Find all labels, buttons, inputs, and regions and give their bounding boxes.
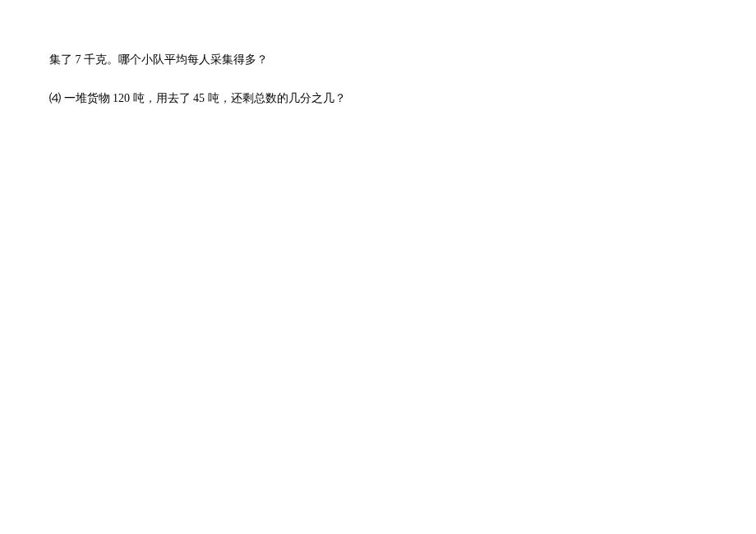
problem-fragment-line: 集了 7 千克。哪个小队平均每人采集得多？ xyxy=(49,49,707,70)
problem-4-line: ⑷ 一堆货物 120 吨，用去了 45 吨，还剩总数的几分之几？ xyxy=(49,88,707,108)
problem-4-text: 一堆货物 120 吨，用去了 45 吨，还剩总数的几分之几？ xyxy=(61,92,346,104)
problem-text-fragment: 集了 7 千克。哪个小队平均每人采集得多？ xyxy=(49,53,268,66)
problem-number-4: ⑷ xyxy=(49,92,61,104)
